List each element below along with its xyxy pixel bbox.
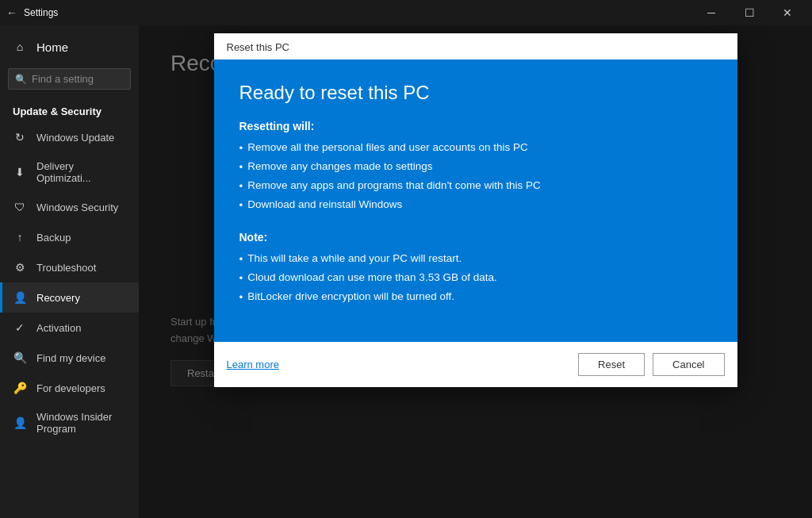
sidebar-item-label: Windows Update (36, 132, 114, 144)
sidebar-item-for-developers[interactable]: 🔑 For developers (0, 373, 139, 403)
close-button[interactable]: ✕ (769, 0, 806, 25)
list-item-text: Remove any apps and programs that didn't… (247, 177, 541, 195)
title-bar-left: ← Settings (6, 6, 58, 19)
list-item: This will take a while and your PC will … (239, 250, 712, 269)
learn-more-link[interactable]: Learn more (227, 359, 279, 370)
list-item: Cloud download can use more than 3.53 GB… (239, 269, 712, 288)
sidebar-section-title: Update & Security (0, 99, 139, 122)
reset-button[interactable]: Reset (578, 353, 645, 376)
list-item: BitLocker drive encryption will be turne… (239, 288, 712, 307)
sidebar-item-windows-update[interactable]: ↻ Windows Update (0, 122, 139, 152)
sidebar-item-label: Windows Insider Program (36, 411, 126, 435)
list-item-text: Cloud download can use more than 3.53 GB… (247, 269, 496, 287)
sidebar-item-label: Windows Security (36, 201, 118, 213)
list-item-text: BitLocker drive encryption will be turne… (247, 288, 454, 306)
search-box[interactable]: 🔍 (8, 68, 131, 90)
sidebar-item-label: Find my device (36, 352, 105, 364)
title-bar-controls: ─ ☐ ✕ (693, 0, 806, 25)
sidebar-item-delivery-optimization[interactable]: ⬇ Delivery Optimizati... (0, 152, 139, 192)
sidebar-item-windows-security[interactable]: 🛡 Windows Security (0, 192, 139, 222)
sidebar-item-activation[interactable]: ✓ Activation (0, 313, 139, 343)
main-layout: ⌂ Home 🔍 Update & Security ↻ Windows Upd… (0, 25, 812, 518)
app-title: Settings (24, 7, 58, 18)
home-icon: ⌂ (13, 40, 27, 54)
find-my-device-icon: 🔍 (13, 351, 27, 365)
modal-footer-buttons: Reset Cancel (578, 353, 724, 376)
reset-pc-modal: Reset this PC Ready to reset this PC Res… (214, 33, 737, 387)
modal-body: Ready to reset this PC Resetting will: R… (214, 59, 737, 342)
sidebar-item-label: Activation (36, 322, 81, 334)
search-icon: 🔍 (15, 74, 27, 85)
modal-footer: Learn more Reset Cancel (214, 342, 737, 387)
list-item-text: This will take a while and your PC will … (247, 250, 462, 268)
list-item: Download and reinstall Windows (239, 196, 712, 215)
note-items-list: This will take a while and your PC will … (239, 250, 712, 307)
sidebar: ⌂ Home 🔍 Update & Security ↻ Windows Upd… (0, 25, 139, 518)
resetting-items-list: Remove all the personal files and user a… (239, 139, 712, 215)
title-bar: ← Settings ─ ☐ ✕ (0, 0, 812, 25)
backup-icon: ↑ (13, 230, 27, 244)
resetting-will-label: Resetting will: (239, 120, 712, 132)
modal-titlebar-text: Reset this PC (227, 41, 289, 53)
list-item: Remove all the personal files and user a… (239, 139, 712, 158)
modal-overlay: Reset this PC Ready to reset this PC Res… (139, 25, 812, 518)
recovery-icon: 👤 (13, 290, 27, 305)
list-item-text: Remove all the personal files and user a… (247, 139, 527, 157)
sidebar-item-find-my-device[interactable]: 🔍 Find my device (0, 343, 139, 373)
windows-update-icon: ↻ (13, 130, 27, 144)
activation-icon: ✓ (13, 320, 27, 335)
sidebar-item-label: Delivery Optimizati... (36, 160, 126, 184)
search-input[interactable] (32, 73, 124, 85)
maximize-button[interactable]: ☐ (731, 0, 768, 25)
sidebar-home-label: Home (36, 40, 68, 54)
content-area: Recovery Start up from a device or disc … (139, 25, 812, 518)
list-item: Remove any changes made to settings (239, 158, 712, 177)
for-developers-icon: 🔑 (13, 381, 27, 395)
modal-titlebar: Reset this PC (214, 33, 737, 59)
list-item-text: Download and reinstall Windows (247, 196, 402, 214)
back-icon[interactable]: ← (6, 6, 17, 19)
list-item: Remove any apps and programs that didn't… (239, 177, 712, 196)
sidebar-item-recovery[interactable]: 👤 Recovery (0, 282, 139, 313)
sidebar-item-label: Troubleshoot (36, 262, 96, 274)
note-label: Note: (239, 231, 712, 244)
sidebar-item-windows-insider[interactable]: 👤 Windows Insider Program (0, 403, 139, 443)
list-item-text: Remove any changes made to settings (247, 158, 432, 176)
cancel-button[interactable]: Cancel (653, 353, 724, 376)
sidebar-item-label: Recovery (36, 292, 80, 304)
sidebar-item-label: For developers (36, 382, 105, 394)
sidebar-item-backup[interactable]: ↑ Backup (0, 222, 139, 252)
sidebar-item-home[interactable]: ⌂ Home (0, 25, 139, 68)
minimize-button[interactable]: ─ (693, 0, 730, 25)
sidebar-item-troubleshoot[interactable]: ⚙ Troubleshoot (0, 252, 139, 282)
windows-insider-icon: 👤 (13, 416, 27, 430)
modal-heading: Ready to reset this PC (239, 82, 712, 104)
delivery-optimization-icon: ⬇ (13, 165, 27, 179)
troubleshoot-icon: ⚙ (13, 260, 27, 274)
windows-security-icon: 🛡 (13, 200, 27, 214)
sidebar-item-label: Backup (36, 232, 71, 244)
